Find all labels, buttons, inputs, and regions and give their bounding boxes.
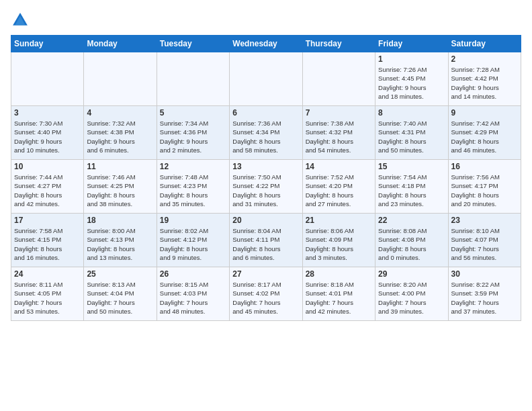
day-info: Sunrise: 7:42 AM Sunset: 4:29 PM Dayligh… (451, 119, 518, 154)
calendar-cell (302, 52, 375, 106)
calendar-table: SundayMondayTuesdayWednesdayThursdayFrid… (11, 35, 521, 321)
day-number: 3 (14, 108, 81, 118)
calendar-cell: 27Sunrise: 8:17 AM Sunset: 4:02 PM Dayli… (230, 267, 302, 321)
calendar-cell: 10Sunrise: 7:44 AM Sunset: 4:27 PM Dayli… (11, 160, 84, 214)
calendar-cell: 9Sunrise: 7:42 AM Sunset: 4:29 PM Daylig… (448, 106, 521, 160)
day-info: Sunrise: 8:18 AM Sunset: 4:01 PM Dayligh… (306, 280, 372, 316)
day-number: 23 (451, 216, 518, 225)
calendar-cell: 12Sunrise: 7:48 AM Sunset: 4:23 PM Dayli… (157, 160, 229, 214)
day-number: 10 (14, 162, 81, 171)
day-info: Sunrise: 7:26 AM Sunset: 4:45 PM Dayligh… (378, 65, 445, 101)
calendar-cell: 1Sunrise: 7:26 AM Sunset: 4:45 PM Daylig… (375, 52, 448, 106)
day-number: 8 (378, 108, 445, 118)
day-info: Sunrise: 8:20 AM Sunset: 4:00 PM Dayligh… (378, 280, 445, 316)
day-info: Sunrise: 7:46 AM Sunset: 4:25 PM Dayligh… (87, 173, 153, 208)
calendar-cell: 6Sunrise: 7:36 AM Sunset: 4:34 PM Daylig… (230, 106, 302, 160)
calendar-cell: 19Sunrise: 8:02 AM Sunset: 4:12 PM Dayli… (157, 214, 229, 267)
day-info: Sunrise: 8:06 AM Sunset: 4:09 PM Dayligh… (306, 226, 372, 262)
calendar-cell: 2Sunrise: 7:28 AM Sunset: 4:42 PM Daylig… (448, 52, 521, 106)
day-info: Sunrise: 7:28 AM Sunset: 4:42 PM Dayligh… (451, 65, 518, 101)
day-number: 9 (451, 108, 518, 118)
day-info: Sunrise: 7:44 AM Sunset: 4:27 PM Dayligh… (14, 173, 81, 208)
day-number: 1 (378, 54, 445, 64)
day-info: Sunrise: 7:54 AM Sunset: 4:18 PM Dayligh… (378, 173, 445, 208)
day-number: 12 (160, 162, 226, 171)
day-info: Sunrise: 7:56 AM Sunset: 4:17 PM Dayligh… (451, 173, 518, 208)
calendar-week-row: 3Sunrise: 7:30 AM Sunset: 4:40 PM Daylig… (11, 106, 521, 160)
day-number: 21 (306, 216, 372, 225)
day-info: Sunrise: 7:52 AM Sunset: 4:20 PM Dayligh… (306, 173, 372, 208)
calendar-week-row: 1Sunrise: 7:26 AM Sunset: 4:45 PM Daylig… (11, 52, 521, 106)
weekday-header: Friday (375, 36, 448, 52)
weekday-header: Thursday (302, 36, 375, 52)
day-number: 13 (232, 162, 299, 171)
calendar-cell: 29Sunrise: 8:20 AM Sunset: 4:00 PM Dayli… (375, 267, 448, 321)
day-number: 16 (451, 162, 518, 171)
day-number: 29 (378, 269, 445, 279)
day-info: Sunrise: 8:15 AM Sunset: 4:03 PM Dayligh… (160, 280, 226, 316)
day-number: 6 (232, 108, 299, 118)
day-info: Sunrise: 8:02 AM Sunset: 4:12 PM Dayligh… (160, 226, 226, 262)
day-number: 4 (87, 108, 153, 118)
day-number: 7 (306, 108, 372, 118)
day-info: Sunrise: 7:32 AM Sunset: 4:38 PM Dayligh… (87, 119, 153, 154)
day-number: 20 (232, 216, 299, 225)
day-info: Sunrise: 7:38 AM Sunset: 4:32 PM Dayligh… (306, 119, 372, 154)
day-info: Sunrise: 7:58 AM Sunset: 4:15 PM Dayligh… (14, 226, 81, 262)
calendar-week-row: 24Sunrise: 8:11 AM Sunset: 4:05 PM Dayli… (11, 267, 521, 321)
day-info: Sunrise: 8:08 AM Sunset: 4:08 PM Dayligh… (378, 226, 445, 262)
day-info: Sunrise: 7:30 AM Sunset: 4:40 PM Dayligh… (14, 119, 81, 154)
day-info: Sunrise: 8:11 AM Sunset: 4:05 PM Dayligh… (14, 280, 81, 316)
calendar-cell (157, 52, 229, 106)
day-info: Sunrise: 7:40 AM Sunset: 4:31 PM Dayligh… (378, 119, 445, 154)
day-info: Sunrise: 7:34 AM Sunset: 4:36 PM Dayligh… (160, 119, 226, 154)
day-number: 19 (160, 216, 226, 225)
calendar-cell: 17Sunrise: 7:58 AM Sunset: 4:15 PM Dayli… (11, 214, 84, 267)
calendar-cell: 18Sunrise: 8:00 AM Sunset: 4:13 PM Dayli… (84, 214, 157, 267)
day-number: 15 (378, 162, 445, 171)
calendar-cell: 11Sunrise: 7:46 AM Sunset: 4:25 PM Dayli… (84, 160, 157, 214)
day-info: Sunrise: 7:36 AM Sunset: 4:34 PM Dayligh… (232, 119, 299, 154)
calendar-cell: 8Sunrise: 7:40 AM Sunset: 4:31 PM Daylig… (375, 106, 448, 160)
day-info: Sunrise: 8:22 AM Sunset: 3:59 PM Dayligh… (451, 280, 518, 316)
calendar-cell: 22Sunrise: 8:08 AM Sunset: 4:08 PM Dayli… (375, 214, 448, 267)
weekday-header: Monday (84, 36, 157, 52)
calendar-cell: 13Sunrise: 7:50 AM Sunset: 4:22 PM Dayli… (230, 160, 302, 214)
calendar-cell: 26Sunrise: 8:15 AM Sunset: 4:03 PM Dayli… (157, 267, 229, 321)
day-number: 14 (306, 162, 372, 171)
logo (11, 11, 31, 30)
day-info: Sunrise: 7:50 AM Sunset: 4:22 PM Dayligh… (232, 173, 299, 208)
calendar-cell: 15Sunrise: 7:54 AM Sunset: 4:18 PM Dayli… (375, 160, 448, 214)
day-info: Sunrise: 8:00 AM Sunset: 4:13 PM Dayligh… (87, 226, 153, 262)
weekday-header: Wednesday (230, 36, 302, 52)
day-number: 18 (87, 216, 153, 225)
calendar-week-row: 17Sunrise: 7:58 AM Sunset: 4:15 PM Dayli… (11, 214, 521, 267)
day-info: Sunrise: 7:48 AM Sunset: 4:23 PM Dayligh… (160, 173, 226, 208)
day-number: 25 (87, 269, 153, 279)
calendar-cell: 4Sunrise: 7:32 AM Sunset: 4:38 PM Daylig… (84, 106, 157, 160)
calendar-cell (230, 52, 302, 106)
calendar-cell: 24Sunrise: 8:11 AM Sunset: 4:05 PM Dayli… (11, 267, 84, 321)
logo-icon (11, 11, 30, 30)
day-number: 5 (160, 108, 226, 118)
calendar-cell (84, 52, 157, 106)
calendar-cell: 3Sunrise: 7:30 AM Sunset: 4:40 PM Daylig… (11, 106, 84, 160)
header (11, 11, 521, 30)
day-info: Sunrise: 8:10 AM Sunset: 4:07 PM Dayligh… (451, 226, 518, 262)
calendar-cell: 16Sunrise: 7:56 AM Sunset: 4:17 PM Dayli… (448, 160, 521, 214)
calendar-cell: 21Sunrise: 8:06 AM Sunset: 4:09 PM Dayli… (302, 214, 375, 267)
weekday-header: Saturday (448, 36, 521, 52)
day-number: 2 (451, 54, 518, 64)
day-info: Sunrise: 8:13 AM Sunset: 4:04 PM Dayligh… (87, 280, 153, 316)
calendar-cell: 25Sunrise: 8:13 AM Sunset: 4:04 PM Dayli… (84, 267, 157, 321)
calendar-cell: 30Sunrise: 8:22 AM Sunset: 3:59 PM Dayli… (448, 267, 521, 321)
day-info: Sunrise: 8:04 AM Sunset: 4:11 PM Dayligh… (232, 226, 299, 262)
calendar-cell: 20Sunrise: 8:04 AM Sunset: 4:11 PM Dayli… (230, 214, 302, 267)
day-number: 11 (87, 162, 153, 171)
weekday-header: Tuesday (157, 36, 229, 52)
day-info: Sunrise: 8:17 AM Sunset: 4:02 PM Dayligh… (232, 280, 299, 316)
weekday-header: Sunday (11, 36, 84, 52)
day-number: 28 (306, 269, 372, 279)
day-number: 17 (14, 216, 81, 225)
day-number: 30 (451, 269, 518, 279)
